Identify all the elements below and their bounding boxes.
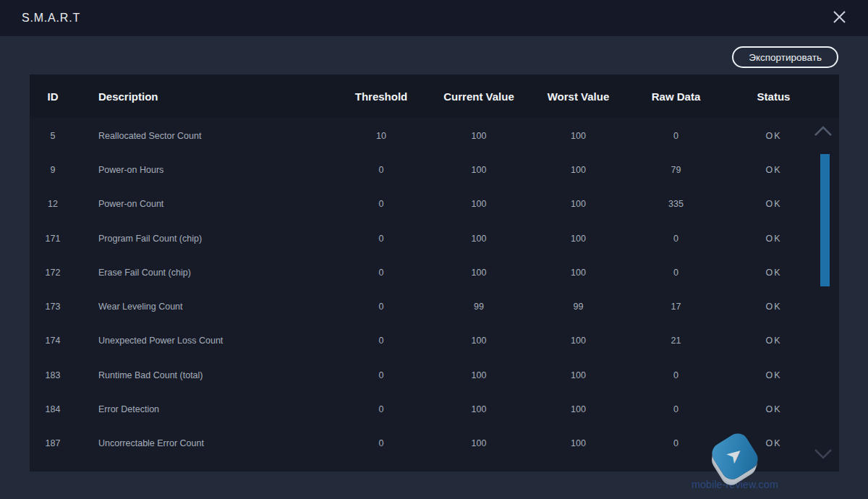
cell-current: 100	[428, 404, 529, 414]
cell-raw: 0	[627, 268, 725, 278]
cell-current: 100	[428, 268, 529, 278]
cell-description: Power-on Hours	[76, 165, 334, 175]
cell-worst: 100	[529, 131, 627, 141]
cell-description: Unexpected Power Loss Count	[76, 336, 334, 346]
cell-description: Power-on Count	[76, 199, 334, 209]
cell-raw: 0	[627, 404, 725, 414]
close-icon	[833, 10, 846, 27]
cell-description: Erase Fail Count (chip)	[76, 268, 334, 278]
cell-threshold: 0	[334, 438, 428, 448]
cell-threshold: 0	[334, 370, 428, 380]
cell-threshold: 0	[334, 336, 428, 346]
cell-threshold: 0	[334, 199, 428, 209]
table-row: 173Wear Leveling Count0999917OK	[30, 289, 839, 323]
cell-threshold: 0	[334, 234, 428, 244]
column-header-current: Current Value	[428, 90, 529, 103]
cell-id: 171	[30, 234, 76, 244]
page-title: S.M.A.R.T	[22, 12, 80, 25]
cell-worst: 100	[529, 336, 627, 346]
cell-description: Error Detection	[76, 404, 334, 414]
cell-worst: 100	[529, 234, 627, 244]
table-body: 5Reallocated Sector Count101001000OK9Pow…	[30, 118, 839, 461]
table-row: 174Unexpected Power Loss Count010010021O…	[30, 324, 839, 358]
cell-current: 100	[428, 370, 529, 380]
cell-raw: 335	[627, 199, 725, 209]
cell-status: OK	[725, 165, 822, 175]
cell-description: Uncorrectable Error Count	[76, 438, 334, 448]
cell-raw: 17	[627, 302, 725, 312]
close-button[interactable]	[830, 9, 848, 27]
scroll-down-button[interactable]	[814, 448, 833, 462]
cell-current: 100	[428, 336, 529, 346]
column-header-description: Description	[76, 90, 334, 103]
cell-status: OK	[725, 370, 822, 380]
table-header-row: IDDescriptionThresholdCurrent ValueWorst…	[30, 74, 839, 118]
table-row: 172Erase Fail Count (chip)01001000OK	[30, 255, 839, 289]
cell-threshold: 0	[334, 165, 428, 175]
column-header-threshold: Threshold	[334, 90, 428, 103]
column-header-worst: Worst Value	[529, 90, 627, 103]
cell-description: Reallocated Sector Count	[76, 131, 334, 141]
column-header-status: Status	[725, 90, 822, 103]
cell-description: Wear Leveling Count	[76, 302, 334, 312]
scroll-up-button[interactable]	[814, 125, 833, 140]
cell-status: OK	[725, 199, 822, 209]
watermark-text: mobile-review.com	[678, 479, 791, 490]
cell-worst: 100	[529, 438, 627, 448]
cell-id: 184	[30, 404, 76, 414]
cell-threshold: 0	[334, 302, 428, 312]
cell-id: 173	[30, 302, 76, 312]
cell-threshold: 10	[334, 131, 428, 141]
cell-worst: 99	[529, 302, 627, 312]
cell-current: 99	[428, 302, 529, 312]
cell-current: 100	[428, 234, 529, 244]
column-header-id: ID	[30, 90, 76, 103]
cell-id: 172	[30, 268, 76, 278]
table-row: 5Reallocated Sector Count101001000OK	[30, 119, 839, 153]
column-header-raw: Raw Data	[627, 90, 725, 103]
cell-current: 100	[428, 131, 529, 141]
cell-status: OK	[725, 404, 822, 414]
cell-current: 100	[428, 199, 529, 209]
cell-raw: 0	[627, 131, 725, 141]
cell-description: Runtime Bad Count (total)	[76, 370, 334, 380]
table-row: 9Power-on Hours010010079OK	[30, 153, 839, 187]
cell-status: OK	[725, 131, 822, 141]
table-row: 183Runtime Bad Count (total)01001000OK	[30, 358, 839, 392]
cell-status: OK	[725, 234, 822, 244]
cell-raw: 0	[627, 438, 725, 448]
smart-attributes-table: IDDescriptionThresholdCurrent ValueWorst…	[30, 74, 839, 472]
cell-threshold: 0	[334, 268, 428, 278]
cell-raw: 21	[627, 336, 725, 346]
cell-worst: 100	[529, 370, 627, 380]
cell-current: 100	[428, 438, 529, 448]
chevron-down-icon	[814, 448, 833, 462]
table-row: 12Power-on Count0100100335OK	[30, 187, 839, 221]
cell-status: OK	[725, 336, 822, 346]
export-button[interactable]: Экспортировать	[732, 46, 838, 68]
scrollbar-thumb[interactable]	[820, 154, 830, 286]
cell-status: OK	[725, 438, 822, 448]
table-row: 171Program Fail Count (chip)01001000OK	[30, 221, 839, 255]
chevron-up-icon	[814, 126, 833, 140]
table-row: 184Error Detection01001000OK	[30, 392, 839, 426]
cell-status: OK	[725, 302, 822, 312]
cell-worst: 100	[529, 404, 627, 414]
cell-description: Program Fail Count (chip)	[76, 234, 334, 244]
cell-id: 183	[30, 370, 76, 380]
cell-raw: 79	[627, 165, 725, 175]
cell-threshold: 0	[334, 404, 428, 414]
cell-id: 187	[30, 438, 76, 448]
cell-id: 174	[30, 336, 76, 346]
cell-id: 5	[30, 131, 76, 141]
dialog-titlebar: S.M.A.R.T	[0, 0, 868, 36]
cell-status: OK	[725, 268, 822, 278]
cell-current: 100	[428, 165, 529, 175]
cell-raw: 0	[627, 234, 725, 244]
table-row: 187Uncorrectable Error Count01001000OK	[30, 427, 839, 461]
cell-id: 9	[30, 165, 76, 175]
cell-worst: 100	[529, 165, 627, 175]
cell-worst: 100	[529, 199, 627, 209]
cell-worst: 100	[529, 268, 627, 278]
cell-id: 12	[30, 199, 76, 209]
